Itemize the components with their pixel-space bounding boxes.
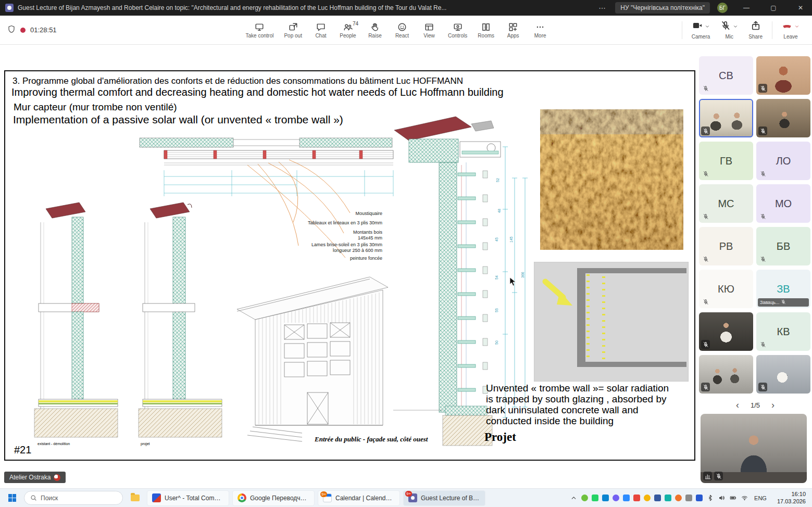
maximize-button[interactable]: ▢ bbox=[762, 0, 785, 16]
toolbar-pop-out-button[interactable]: Pop out bbox=[280, 19, 306, 41]
participant-tile-ГВ[interactable]: ГВ bbox=[699, 142, 753, 180]
chevron-down-icon[interactable] bbox=[705, 22, 710, 31]
taskbar-clock[interactable]: 16:10 17.03.2026 bbox=[774, 491, 809, 505]
mic-muted-icon bbox=[758, 255, 767, 263]
dimension-label: 48 bbox=[497, 209, 501, 213]
taskbar-app-tc[interactable]: User^ - Total Comm... bbox=[147, 490, 229, 506]
bluetooth-icon[interactable] bbox=[706, 494, 714, 502]
participant-tile-ЛО[interactable]: ЛО bbox=[756, 142, 810, 180]
toolbar-react-button[interactable]: React bbox=[390, 19, 415, 41]
organization-button[interactable]: НУ "Чернігівська політехніка" bbox=[615, 2, 710, 14]
annotation-lames: Lames brise-soleil en 3 plis 30mmlongueu… bbox=[311, 242, 382, 254]
tray-icon-2[interactable] bbox=[592, 495, 598, 501]
participant-tile-КВ[interactable]: КВ bbox=[756, 312, 810, 351]
participant-video-tile[interactable] bbox=[699, 355, 753, 394]
tray-icon-10[interactable] bbox=[675, 495, 682, 501]
toolbar-raise-button[interactable]: Raise bbox=[363, 19, 388, 41]
mic-muted-icon bbox=[758, 212, 767, 221]
taskbar-app-teams[interactable]: 9+Guest Lecture of Bija... bbox=[403, 490, 485, 506]
toolbar-share-button[interactable]: Share bbox=[743, 18, 768, 42]
toolbar-mic-button[interactable]: Mic bbox=[715, 18, 743, 42]
participant-tile-СВ[interactable]: СВ bbox=[699, 56, 753, 95]
main-video-tile[interactable] bbox=[701, 414, 807, 483]
participant-video-tile[interactable] bbox=[756, 99, 810, 137]
participant-tile-РВ[interactable]: РВ bbox=[699, 227, 753, 265]
hidden-icons-chevron-icon[interactable] bbox=[570, 494, 578, 502]
apps-icon bbox=[508, 22, 518, 32]
tray-icon-4[interactable] bbox=[613, 495, 619, 501]
participant-tile-БВ[interactable]: БВ bbox=[756, 227, 810, 265]
close-button[interactable]: ✕ bbox=[789, 0, 812, 16]
taskbar-app-label: Google Переводчик... bbox=[250, 495, 309, 502]
toolbar-camera-button[interactable]: Camera bbox=[686, 18, 716, 42]
more-label: More bbox=[534, 33, 546, 39]
tray-icon-12[interactable] bbox=[696, 495, 703, 501]
view-icon bbox=[424, 22, 434, 32]
tray-icon-8[interactable] bbox=[654, 495, 661, 501]
windows-taskbar: Поиск User^ - Total Comm...Google Перево… bbox=[0, 488, 812, 507]
battery-icon[interactable] bbox=[729, 494, 737, 502]
slide-number: #21 bbox=[14, 444, 31, 456]
participant-video-tile[interactable] bbox=[699, 99, 753, 137]
dimension-label: 52 bbox=[496, 178, 499, 182]
minimize-button[interactable]: — bbox=[735, 0, 758, 16]
toolbar-people-button[interactable]: 74People bbox=[335, 19, 360, 41]
taskbar-app-label: Calendar | Calendar | ... bbox=[335, 495, 395, 502]
participant-tile-МО[interactable]: МО bbox=[756, 184, 810, 223]
participant-name: Заваць... bbox=[760, 300, 779, 305]
toolbar-divider bbox=[772, 21, 772, 39]
dimension-label: 54 bbox=[495, 275, 498, 280]
taskbar-app-chrome[interactable]: Google Переводчик... bbox=[232, 490, 315, 506]
participant-tile-ЗВ[interactable]: ЗВЗаваць... bbox=[756, 270, 810, 308]
toolbar-rooms-button[interactable]: Rooms bbox=[473, 19, 498, 41]
chat-icon bbox=[316, 22, 326, 32]
taskbar-app-label: User^ - Total Comm... bbox=[165, 495, 224, 502]
raise-icon bbox=[370, 22, 380, 32]
pager-next-icon[interactable]: › bbox=[768, 400, 778, 411]
tray-icon-3[interactable] bbox=[602, 495, 609, 501]
tray-icon-7[interactable] bbox=[644, 495, 651, 501]
share-label: Share bbox=[748, 34, 763, 40]
mic-muted-icon bbox=[701, 212, 710, 221]
tray-icon-11[interactable] bbox=[685, 495, 692, 501]
tray-icon-5[interactable] bbox=[623, 495, 630, 501]
participant-tile-КЮ[interactable]: КЮ bbox=[699, 270, 753, 308]
titlebar-more-menu[interactable]: ⋯ bbox=[593, 4, 611, 12]
more-icon bbox=[535, 22, 545, 32]
profile-avatar-badge[interactable]: БГ bbox=[717, 3, 728, 13]
toolbar-view-button[interactable]: View bbox=[417, 19, 442, 41]
take-control-icon bbox=[255, 22, 264, 32]
toolbar-chat-button[interactable]: Chat bbox=[308, 19, 333, 41]
toolbar-apps-button[interactable]: Apps bbox=[501, 19, 526, 41]
participant-video-tile[interactable] bbox=[756, 355, 810, 394]
annotation-tableaux: Tableaux et linteaux en 3 plis 30mm bbox=[308, 220, 382, 226]
toolbar-controls-button[interactable]: Controls bbox=[444, 19, 471, 41]
language-indicator[interactable]: ENG bbox=[752, 495, 769, 501]
chevron-down-icon[interactable] bbox=[794, 22, 799, 31]
mic-muted-icon bbox=[701, 84, 710, 93]
wall-sections-drawing bbox=[31, 201, 224, 451]
slide-subtitle-en: Implementation of a passive solar wall (… bbox=[13, 113, 343, 126]
tray-icon-9[interactable] bbox=[665, 495, 671, 501]
participant-video-tile[interactable] bbox=[699, 312, 753, 351]
toolbar-more-button[interactable]: More bbox=[528, 19, 553, 41]
chevron-down-icon[interactable] bbox=[733, 22, 738, 31]
taskbar-app-calendar[interactable]: 9+Calendar | Calendar | ... bbox=[318, 490, 400, 506]
volume-icon[interactable] bbox=[718, 494, 726, 502]
start-button[interactable] bbox=[3, 490, 21, 506]
dimension-label: 50 bbox=[495, 340, 498, 345]
taskbar-search-input[interactable]: Поиск bbox=[24, 491, 123, 505]
tray-icon-6[interactable] bbox=[633, 495, 640, 501]
dimension-label: 145 bbox=[509, 236, 513, 243]
toolbar-divider bbox=[682, 21, 682, 39]
participant-video-tile[interactable] bbox=[756, 56, 810, 95]
network-icon[interactable] bbox=[741, 494, 748, 502]
camera-label: Camera bbox=[692, 34, 710, 40]
toolbar-leave-button[interactable]: Leave bbox=[777, 18, 805, 42]
tray-icon-1[interactable] bbox=[581, 495, 588, 501]
pager-prev-icon[interactable]: ‹ bbox=[733, 400, 742, 411]
toolbar-take-control-button[interactable]: Take control bbox=[242, 19, 278, 41]
file-explorer-button[interactable] bbox=[126, 490, 144, 506]
meeting-stage: 3. Programme global d'amélioration des c… bbox=[0, 45, 812, 488]
participant-tile-МС[interactable]: МС bbox=[699, 184, 753, 223]
